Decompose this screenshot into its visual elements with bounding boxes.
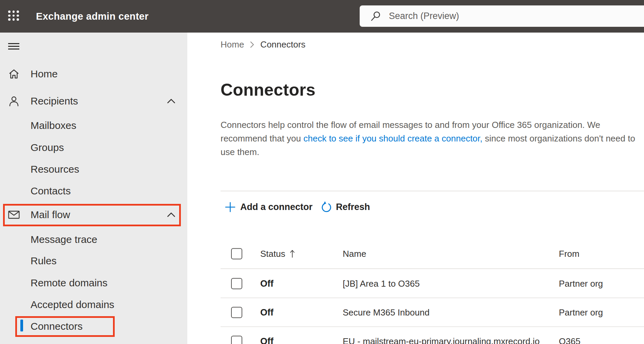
connector-from: Partner org [559,278,603,289]
sidebar-item-groups[interactable]: Groups [0,137,187,158]
top-app-bar: Exchange admin center [0,0,644,33]
column-header-name[interactable]: Name [343,249,366,259]
breadcrumb-current: Connectors [260,39,305,50]
sidebar-item-contacts[interactable]: Contacts [0,180,187,202]
search-input[interactable] [389,5,626,27]
search-icon [370,11,381,22]
row-checkbox[interactable] [231,307,242,318]
table-row[interactable]: Off Secure M365 Inbound Partner org [187,298,644,327]
chevron-up-icon [167,212,175,217]
main-content: Home Connectors Connectors Connectors he… [187,33,644,344]
sidebar-item-label: Home [31,68,58,80]
sidebar-item-recipients[interactable]: Recipients [0,90,187,112]
page-title: Connectors [221,80,316,100]
select-all-checkbox[interactable] [231,248,242,260]
chevron-right-icon [250,41,254,49]
sidebar-item-label: Accepted domains [31,299,114,310]
table-row[interactable]: Off EU - mailstream-eu-primary.journalin… [187,327,644,344]
status-value: Off [260,307,273,318]
table-header-row: Status Name From [187,243,644,265]
sidebar-item-label: Recipients [31,95,78,107]
sidebar-item-connectors[interactable]: Connectors [0,316,187,337]
sidebar-item-mail-flow[interactable]: Mail flow [0,204,187,226]
row-checkbox[interactable] [231,336,242,344]
sidebar-item-message-trace[interactable]: Message trace [0,229,187,250]
sidebar-item-rules[interactable]: Rules [0,250,187,272]
chevron-up-icon [167,99,175,104]
home-icon [8,68,20,80]
status-value: Off [260,336,273,344]
sidebar-item-label: Mail flow [31,209,70,221]
sidebar-item-label: Mailboxes [31,120,76,131]
create-connector-check-link[interactable]: check to see if you should create a conn… [303,133,482,144]
add-connector-button[interactable]: Add a connector [225,199,312,214]
person-icon [8,95,20,107]
breadcrumb: Home Connectors [221,38,305,51]
sidebar-item-label: Message trace [31,234,97,245]
sidebar-item-label: Connectors [31,321,82,332]
sidebar-item-label: Groups [31,142,64,153]
connector-from: O365 [559,336,581,344]
selected-item-indicator [20,320,23,331]
breadcrumb-home-link[interactable]: Home [221,39,244,50]
plus-icon [225,202,235,212]
toolbar: Add a connector Refresh [187,199,644,214]
add-connector-label: Add a connector [240,202,312,212]
sidebar-item-home[interactable]: Home [0,63,187,85]
sidebar-nav: Home Recipients Mailboxes Groups Resourc… [0,33,187,344]
sidebar-item-resources[interactable]: Resources [0,158,187,180]
sidebar-item-mailboxes[interactable]: Mailboxes [0,115,187,136]
connector-name: EU - mailstream-eu-primary.journaling.mx… [343,336,539,344]
sidebar-item-remote-domains[interactable]: Remote domains [0,272,187,294]
search-box[interactable] [360,5,644,27]
column-header-from[interactable]: From [559,249,580,259]
mail-icon [8,209,20,221]
page-description: Connectors help control the flow of emai… [221,118,641,159]
connector-from: Partner org [559,307,603,318]
refresh-icon [320,201,333,213]
status-header-label: Status [260,249,285,259]
sort-ascending-icon [290,250,295,258]
column-header-status[interactable]: Status [260,249,295,259]
app-title: Exchange admin center [36,0,149,33]
sidebar-item-label: Remote domains [31,277,108,289]
toolbar-divider [221,191,644,191]
sidebar-item-label: Contacts [31,185,71,197]
refresh-label: Refresh [336,202,370,212]
hamburger-menu-icon[interactable] [8,43,19,50]
table-row[interactable]: Off [JB] Area 1 to O365 Partner org [187,269,644,298]
refresh-button[interactable]: Refresh [320,199,370,214]
status-value: Off [260,278,273,289]
app-launcher-icon[interactable] [7,10,20,21]
row-checkbox[interactable] [231,278,242,289]
sidebar-item-accepted-domains[interactable]: Accepted domains [0,294,187,316]
sidebar-item-label: Rules [31,255,57,267]
connector-name: [JB] Area 1 to O365 [343,278,420,289]
sidebar-item-label: Resources [31,164,79,175]
connector-name: Secure M365 Inbound [343,307,430,318]
